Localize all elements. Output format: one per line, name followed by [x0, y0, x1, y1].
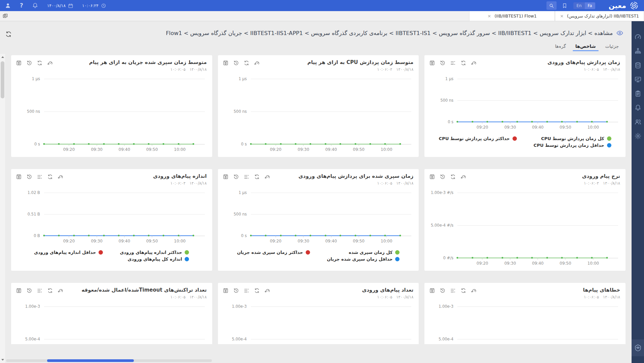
- lang-fa-button[interactable]: Fa: [585, 2, 595, 9]
- vertical-scroll-thumb[interactable]: [1, 61, 4, 98]
- sidebar-item-database[interactable]: [634, 62, 642, 69]
- lang-en-button[interactable]: En: [573, 2, 584, 9]
- save-button[interactable]: [223, 60, 229, 66]
- horizontal-scroll-thumb[interactable]: [47, 359, 134, 362]
- chart-point: [531, 121, 533, 123]
- view-tab-item[interactable]: گره‌ها: [552, 41, 569, 51]
- sidebar-item-topology[interactable]: [634, 47, 642, 55]
- user-icon[interactable]: [5, 2, 11, 9]
- add-gauge-button[interactable]: [471, 288, 477, 294]
- view-tab-active[interactable]: شاخص‌ها: [572, 41, 599, 51]
- chart-point: [501, 121, 503, 123]
- refresh-button[interactable]: [243, 60, 250, 66]
- bookmark-icon[interactable]: [562, 3, 568, 9]
- refresh-button[interactable]: [254, 174, 260, 180]
- time-value: ۱۰:۰۶:۲۴: [82, 3, 99, 8]
- history-button[interactable]: [26, 60, 32, 66]
- history-button[interactable]: [233, 288, 239, 294]
- refresh-view-button[interactable]: [5, 31, 12, 38]
- save-button[interactable]: [223, 174, 229, 180]
- sidebar-item-monitoring[interactable]: [634, 76, 642, 83]
- history-button[interactable]: [440, 174, 446, 180]
- search-button[interactable]: [546, 1, 557, 10]
- tab-close-icon[interactable]: ×: [560, 14, 564, 18]
- save-button[interactable]: [16, 174, 22, 180]
- refresh-button[interactable]: [37, 60, 43, 66]
- breadcrumb[interactable]: مشاهده > ابزار تدارک سرویس > IIB/IIBTEST…: [166, 30, 613, 36]
- chart-point: [250, 143, 252, 145]
- notifications-bell-icon[interactable]: [32, 2, 38, 9]
- legend-item[interactable]: حداکثر زمان سپری شده جریان: [237, 250, 310, 255]
- sidebar-item-users[interactable]: [634, 118, 642, 126]
- gear-icon: [634, 132, 642, 140]
- chart-plot-area: 09:2009:3009:4009:5010:00: [457, 193, 618, 258]
- legend-color-dot: [306, 250, 310, 255]
- scroll-down-icon[interactable]: [0, 357, 5, 362]
- add-gauge-button[interactable]: [460, 174, 466, 180]
- close-all-tabs-button[interactable]: [0, 11, 10, 21]
- save-button[interactable]: [16, 60, 22, 66]
- refresh-button[interactable]: [450, 174, 456, 180]
- menu-button[interactable]: [450, 288, 456, 294]
- tab[interactable]: IIB/IIBTEST1 (ابزارهای تدارک سرویس) ×: [555, 11, 644, 21]
- panel-title: نرخ پیام ورودی: [582, 173, 620, 179]
- sidebar-item-reports[interactable]: [634, 90, 642, 97]
- history-button[interactable]: [233, 60, 239, 66]
- legend-item[interactable]: حداقل زمان سپری شده جریان: [327, 257, 400, 262]
- legend-item[interactable]: اندازه کل پیام‌های ورودی: [120, 257, 189, 262]
- legend-item[interactable]: حداکثر زمان پردازش توسط CPU: [439, 136, 517, 141]
- refresh-button[interactable]: [460, 60, 466, 66]
- add-gauge-button[interactable]: [58, 174, 64, 180]
- scroll-up-icon[interactable]: [0, 55, 5, 60]
- save-button[interactable]: [429, 288, 435, 294]
- save-button[interactable]: [429, 60, 435, 66]
- sidebar-item-dashboard[interactable]: [634, 33, 642, 41]
- refresh-button[interactable]: [254, 288, 260, 294]
- save-button[interactable]: [429, 174, 435, 180]
- refresh-button[interactable]: [460, 288, 466, 294]
- menu-button[interactable]: [243, 174, 250, 180]
- chart-point: [58, 235, 60, 236]
- history-button[interactable]: [440, 288, 446, 294]
- legend-item[interactable]: حداکثر اندازه پیام‌های ورودی: [120, 250, 189, 255]
- horizontal-scrollbar[interactable]: [6, 359, 212, 362]
- refresh-button[interactable]: [47, 174, 53, 180]
- add-gauge-button[interactable]: [264, 288, 270, 294]
- sidebar-item-settings[interactable]: [634, 132, 642, 140]
- help-button[interactable]: ?: [20, 3, 23, 8]
- history-button[interactable]: [26, 174, 32, 180]
- panel-toolbar: [223, 287, 270, 294]
- history-button[interactable]: [440, 60, 446, 66]
- legend-item[interactable]: حداقل زمان پردازش توسط CPU: [534, 143, 611, 148]
- chart-point: [310, 235, 311, 236]
- menu-button[interactable]: [37, 174, 43, 180]
- sidebar-bottom-logo[interactable]: [632, 339, 644, 356]
- vertical-scrollbar[interactable]: [0, 54, 5, 363]
- add-gauge-button[interactable]: [58, 288, 64, 294]
- save-button[interactable]: [16, 288, 22, 294]
- chart-panel: تعداد پیام‌های ورودی ۱۴۰۰/۸/۱۸ ۱۰:۰۶:۰۵ …: [218, 283, 419, 344]
- view-tab-item[interactable]: جزئیات: [602, 41, 622, 51]
- tab[interactable]: (IIB/IIBTEST1) Flow1 ×: [469, 11, 555, 21]
- add-gauge-button[interactable]: [254, 60, 260, 66]
- clock-icon: [101, 3, 106, 8]
- menu-button[interactable]: [243, 288, 250, 294]
- chart-point: [531, 257, 533, 259]
- menu-button[interactable]: [450, 60, 456, 66]
- legend-item[interactable]: حداقل اندازه پیام‌های ورودی: [34, 250, 103, 255]
- view-header: مشاهده > ابزار تدارک سرویس > IIB/IIBTEST…: [5, 21, 632, 51]
- tab-label: IIB/IIBTEST1 (ابزارهای تدارک سرویس): [567, 13, 639, 19]
- history-button[interactable]: [233, 174, 239, 180]
- panel-title: زمان پردازش پیام‌های ورودی: [547, 59, 620, 66]
- add-gauge-button[interactable]: [47, 60, 53, 66]
- menu-button[interactable]: [37, 288, 43, 294]
- sidebar-item-alerts[interactable]: [634, 104, 642, 111]
- tab-close-icon[interactable]: ×: [488, 14, 491, 18]
- refresh-button[interactable]: [47, 288, 53, 294]
- legend-item[interactable]: کل زمان پردازش توسط CPU: [534, 136, 611, 141]
- history-button[interactable]: [26, 288, 32, 294]
- legend-item[interactable]: کل زمان سپری شده: [327, 250, 400, 255]
- add-gauge-button[interactable]: [264, 174, 270, 180]
- add-gauge-button[interactable]: [471, 60, 477, 66]
- save-button[interactable]: [223, 288, 229, 294]
